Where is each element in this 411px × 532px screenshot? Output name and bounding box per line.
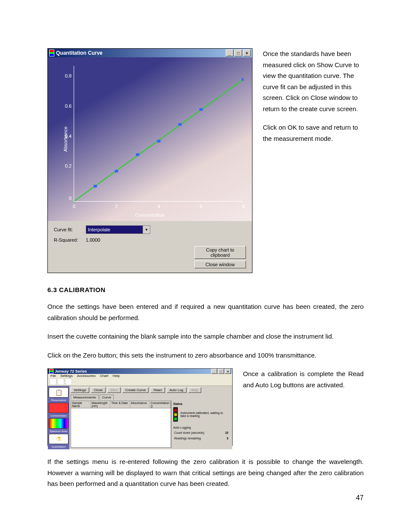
svg-rect-2 bbox=[115, 170, 118, 172]
window-titlebar: Quantitation Curve _ □ × bbox=[48, 49, 252, 57]
body-p1: Once the settings have been entered and … bbox=[47, 301, 364, 323]
x-tick: 4 bbox=[157, 204, 160, 209]
tab-curve[interactable]: Curve bbox=[100, 395, 114, 400]
concentration-icon[interactable] bbox=[49, 403, 68, 413]
r-squared-value: 1.0000 bbox=[86, 237, 100, 243]
figure1-caption: Once the standards have been measured cl… bbox=[263, 48, 364, 273]
sidebar-label: Photometrics bbox=[49, 399, 68, 401]
svg-rect-5 bbox=[178, 123, 182, 126]
spectrum-icon[interactable] bbox=[49, 418, 68, 429]
app-icon bbox=[49, 369, 53, 374]
x-tick: 8 bbox=[242, 204, 245, 209]
toolbar-icon[interactable] bbox=[57, 378, 64, 385]
settings-button[interactable]: Settings bbox=[71, 387, 89, 393]
caption-p2: Click on OK to save and return to the me… bbox=[263, 122, 364, 144]
maximize-icon[interactable]: □ bbox=[234, 50, 242, 56]
curve-fit-label: Curve fit: bbox=[54, 227, 86, 232]
window-title: Quantitation Curve bbox=[56, 50, 103, 56]
quantitation-icon[interactable]: ⚗ bbox=[49, 434, 68, 444]
col-sample: Sample Name bbox=[71, 401, 91, 408]
caption-p1: Once the standards have been measured cl… bbox=[263, 48, 364, 114]
toolbar bbox=[48, 378, 232, 386]
svg-rect-3 bbox=[136, 153, 139, 156]
remaining-value: 3 bbox=[227, 437, 228, 440]
x-tick: 6 bbox=[200, 204, 202, 209]
create-curve-button[interactable]: Create Curve bbox=[122, 387, 149, 393]
sidebar-label: Concentration bbox=[49, 414, 68, 417]
body-p3: Click on the Zero button; this sets the … bbox=[47, 350, 364, 361]
plot-area: 0 0.2 0.4 0.6 0.8 0 2 4 6 8 bbox=[74, 66, 243, 202]
document-page: Quantitation Curve _ □ × Absorbance Conc… bbox=[0, 0, 411, 532]
window-titlebar: Jenway 72 Series _ □ × bbox=[48, 369, 232, 374]
chart-area: Absorbance Concentration 0 0.2 0.4 0.6 0… bbox=[48, 57, 252, 221]
toolbar-icon[interactable] bbox=[65, 378, 72, 385]
countdown-value: 10 bbox=[225, 431, 228, 434]
menu-help[interactable]: Help bbox=[112, 374, 119, 378]
col-wavelength: Wavelength (nm) bbox=[91, 401, 111, 408]
x-tick: 2 bbox=[115, 204, 118, 209]
maximize-icon[interactable]: □ bbox=[218, 369, 224, 374]
r-squared-label: R-Squared: bbox=[54, 237, 86, 243]
traffic-light-icon bbox=[173, 407, 178, 422]
y-tick: 0.8 bbox=[65, 73, 72, 78]
tab-measurements[interactable]: Measurements bbox=[71, 395, 99, 400]
close-icon[interactable]: × bbox=[243, 50, 251, 56]
menu-accessories[interactable]: Accessories bbox=[77, 374, 96, 378]
autolog-button[interactable]: Auto Log bbox=[167, 387, 187, 393]
curve-fit-value: Interpolate bbox=[88, 227, 110, 232]
remaining-label: Readings remaining bbox=[174, 437, 201, 440]
stop-button[interactable]: Stop bbox=[188, 387, 201, 393]
y-tick: 0.4 bbox=[65, 134, 72, 139]
countdown-label: Count down (seconds) bbox=[174, 431, 204, 434]
menu-settings[interactable]: Settings bbox=[60, 374, 73, 378]
body-p2: Insert the cuvette containing the blank … bbox=[47, 331, 364, 342]
autolog-header: Auto Logging bbox=[173, 426, 229, 429]
status-panel: Status Instrument calibrated, waiting to… bbox=[171, 401, 231, 448]
zero-button[interactable]: Zero bbox=[107, 387, 120, 393]
table-header: Sample Name Wavelength (nm) Time & Date … bbox=[71, 401, 171, 408]
quantitation-curve-window: Quantitation Curve _ □ × Absorbance Conc… bbox=[47, 48, 252, 273]
toolbar-icon[interactable] bbox=[50, 378, 56, 385]
y-tick: 0.2 bbox=[65, 163, 72, 168]
col-absorbance: Absorbance bbox=[130, 401, 150, 408]
main-panel: Settings Close Zero Create Curve Read Au… bbox=[69, 386, 232, 449]
svg-rect-4 bbox=[157, 140, 161, 142]
close-window-button[interactable]: Close window bbox=[194, 261, 246, 268]
y-axis-label: Absorbance bbox=[63, 127, 68, 152]
photometrics-icon[interactable]: 📋 bbox=[49, 387, 68, 398]
x-tick: 0 bbox=[73, 204, 75, 209]
svg-rect-6 bbox=[199, 108, 203, 111]
menu-file[interactable]: File bbox=[50, 374, 56, 378]
menu-chart[interactable]: Chart bbox=[100, 374, 109, 378]
figure2-caption: Once a calibration is complete the Read … bbox=[243, 368, 364, 446]
window-title: Jenway 72 Series bbox=[55, 369, 87, 373]
status-header: Status bbox=[173, 402, 229, 405]
after-p1: If the settings menu is re-entered follo… bbox=[47, 456, 364, 489]
chart-svg bbox=[74, 66, 243, 201]
data-table bbox=[71, 408, 171, 448]
page-number: 47 bbox=[356, 494, 364, 502]
y-tick: 0.6 bbox=[65, 103, 72, 109]
minimize-icon[interactable]: _ bbox=[211, 369, 217, 374]
close-button[interactable]: Close bbox=[91, 387, 106, 393]
curve-fit-select[interactable]: Interpolate ▼ bbox=[86, 225, 150, 234]
minimize-icon[interactable]: _ bbox=[226, 50, 234, 56]
read-button[interactable]: Read bbox=[150, 387, 165, 393]
col-timedate: Time & Date bbox=[110, 401, 130, 408]
chart-controls: Curve fit: Interpolate ▼ R-Squared: 1.00… bbox=[48, 221, 252, 273]
svg-rect-7 bbox=[242, 78, 243, 81]
chevron-down-icon: ▼ bbox=[143, 226, 150, 233]
mode-sidebar: 📋 Photometrics Concentration Spectrum Sc… bbox=[48, 386, 69, 449]
app-icon bbox=[49, 50, 54, 56]
sidebar-label: Quantitation bbox=[49, 445, 68, 448]
copy-chart-button[interactable]: Copy chart to clipboard bbox=[194, 246, 246, 259]
sidebar-label: Spectrum Scan bbox=[49, 430, 68, 432]
col-concentration: Concentration () bbox=[149, 401, 171, 408]
jenway-window: Jenway 72 Series _ □ × File Settings Acc… bbox=[47, 368, 233, 446]
close-icon[interactable]: × bbox=[225, 369, 231, 374]
y-tick: 0 bbox=[69, 196, 72, 201]
caption-p1: Once a calibration is complete the Read … bbox=[243, 368, 364, 390]
menubar: File Settings Accessories Chart Help bbox=[48, 374, 232, 378]
section-heading: 6.3 CALIBRATION bbox=[47, 286, 364, 293]
x-axis-label: Concentration bbox=[135, 212, 165, 218]
